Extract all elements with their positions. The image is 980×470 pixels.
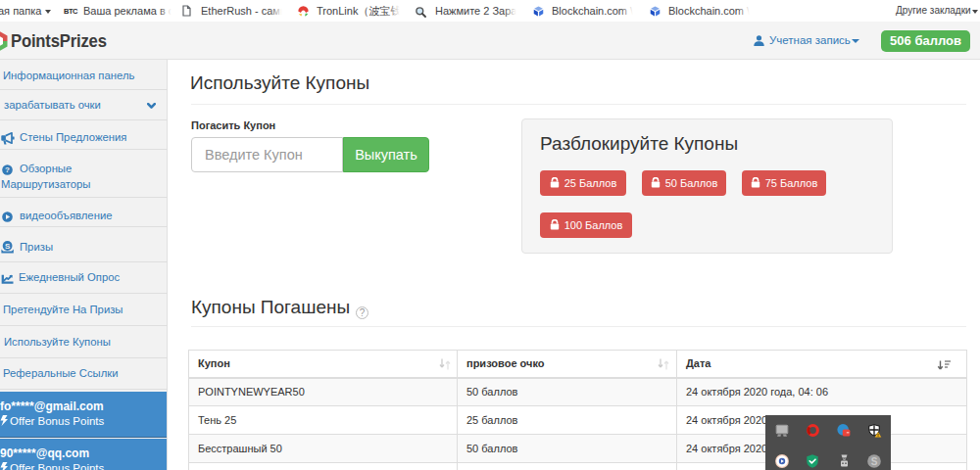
svg-text:?: ? bbox=[5, 165, 10, 174]
svg-text:S: S bbox=[871, 456, 878, 467]
svg-text:S: S bbox=[5, 242, 11, 251]
